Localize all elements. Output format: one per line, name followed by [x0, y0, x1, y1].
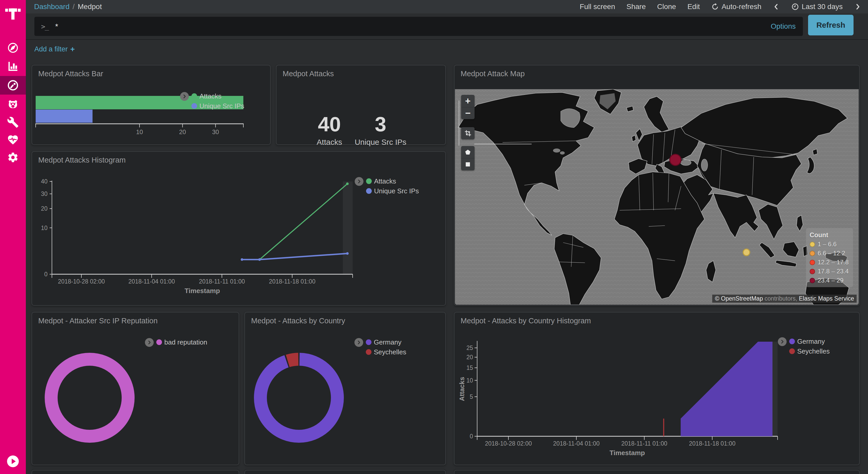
panel-title: Medpot Attacks Histogram	[38, 156, 126, 165]
legend-item[interactable]: Attacks	[366, 176, 419, 186]
world-map-canvas	[455, 89, 859, 305]
legend-label: Seychelles	[797, 347, 830, 355]
sidebar-collapse-button[interactable]	[0, 452, 26, 470]
time-back-button[interactable]	[773, 3, 780, 10]
legend-dot	[789, 338, 795, 344]
options-link[interactable]: Options	[771, 22, 796, 30]
panel-attack-map: Medpot Attack Map + − Count1 – 6.66.6 – …	[454, 65, 860, 306]
plus-icon: +	[70, 45, 75, 54]
panel-reputation-donut: Medpot - Attacker Src IP Reputation bad …	[32, 312, 239, 465]
svg-text:20: 20	[179, 128, 186, 136]
clone-button[interactable]: Clone	[657, 3, 676, 11]
map-legend-item: 1 – 6.6	[810, 241, 849, 248]
top-navbar: Dashboard / Medpot Full screen Share Clo…	[26, 0, 868, 13]
svg-text:2018-10-28 02:00: 2018-10-28 02:00	[58, 278, 105, 285]
search-input[interactable]: >_ * Options	[34, 17, 803, 36]
legend-label: Attacks	[199, 92, 221, 100]
ems-link[interactable]: Elastic Maps Service	[799, 295, 854, 302]
time-forward-button[interactable]	[854, 3, 861, 10]
dashboard-gauge-icon	[7, 79, 19, 91]
sidebar-item-devtools[interactable]	[0, 113, 26, 131]
draw-rectangle-icon[interactable]	[461, 158, 474, 170]
legend-toggle-icon[interactable]	[778, 337, 786, 346]
sidebar-item-discover[interactable]	[0, 38, 26, 57]
legend-dot	[191, 93, 197, 99]
auto-refresh-button[interactable]: Auto-refresh	[711, 3, 761, 11]
legend-item[interactable]: Germany	[366, 337, 406, 347]
sidebar-item-visualize[interactable]	[0, 57, 26, 76]
map-legend-item: 17.8 – 23.4	[810, 268, 849, 275]
fit-bounds-icon[interactable]	[461, 127, 474, 139]
svg-text:10: 10	[466, 377, 473, 384]
legend-item[interactable]: Seychelles	[366, 347, 406, 357]
map-legend-item: 12.2 – 17.8	[810, 259, 849, 266]
panel-country-donut: Medpot - Attacks by Country GermanySeych…	[244, 312, 446, 465]
legend-dot	[156, 339, 162, 345]
world-map[interactable]: + − Count1 – 6.66.6 – 12.212.2 – 17.817.…	[455, 89, 859, 305]
legend-label: Unique Src IPs	[199, 102, 244, 110]
legend-item[interactable]: Unique Src IPs	[191, 101, 244, 111]
breadcrumb-dashboard-link[interactable]: Dashboard	[34, 3, 69, 11]
svg-text:30: 30	[41, 190, 48, 197]
legend-toggle-icon[interactable]	[355, 177, 364, 186]
zoom-in-button[interactable]: +	[461, 95, 474, 107]
legend-item[interactable]: Unique Src IPs	[366, 186, 419, 196]
svg-text:2018-11-18 01:00: 2018-11-18 01:00	[269, 278, 315, 285]
sidebar-item-management[interactable]	[0, 148, 26, 167]
svg-text:20: 20	[466, 354, 473, 360]
legend-toggle-icon[interactable]	[180, 92, 189, 101]
map-fit-control	[461, 127, 474, 139]
map-point-germany[interactable]	[670, 154, 681, 166]
legend-label: Unique Src IPs	[374, 187, 419, 195]
legend-item[interactable]: bad reputation	[156, 337, 207, 347]
legend-item[interactable]: Germany	[789, 336, 830, 346]
legend-toggle-icon[interactable]	[354, 338, 363, 347]
map-point-seychelles[interactable]	[743, 249, 750, 256]
query-value[interactable]: *	[55, 22, 58, 31]
refresh-button[interactable]: Refresh	[808, 15, 854, 35]
add-filter-link[interactable]: Add a filter +	[34, 40, 75, 58]
svg-text:0: 0	[470, 433, 473, 440]
legend-dot	[789, 348, 795, 354]
heartbeat-icon	[7, 134, 19, 146]
map-legend-dot	[810, 278, 815, 283]
share-button[interactable]: Share	[626, 3, 646, 11]
panel-title: Medpot Attacks Bar	[38, 69, 103, 78]
query-prompt-icon: >_	[41, 23, 49, 30]
panel-partial	[454, 470, 860, 474]
time-picker-button[interactable]: Last 30 days	[791, 3, 843, 11]
panel-title: Medpot - Attacks by Country Histogram	[461, 317, 591, 325]
map-attribution: © OpenStreetMap contributors, Elastic Ma…	[712, 295, 857, 303]
svg-text:30: 30	[212, 128, 219, 136]
wrench-icon	[7, 116, 19, 128]
legend-dot	[366, 339, 371, 345]
legend-item[interactable]: Seychelles	[789, 346, 830, 356]
sidebar-item-monitoring[interactable]	[0, 130, 26, 149]
panel-country-histogram: Medpot - Attacks by Country Histogram 05…	[454, 312, 860, 465]
telekom-logo-icon[interactable]	[5, 4, 21, 21]
sidebar-item-tpot[interactable]	[0, 95, 26, 114]
legend-item[interactable]: Attacks	[191, 91, 244, 101]
osm-link[interactable]: © OpenStreetMap	[715, 295, 763, 302]
svg-text:Timestamp: Timestamp	[185, 287, 220, 295]
panel-title: Medpot - Attacker Src IP Reputation	[38, 317, 158, 325]
map-legend-label: 1 – 6.6	[817, 241, 836, 248]
legend-toggle-icon[interactable]	[145, 338, 154, 347]
svg-text:2018-11-04 01:00: 2018-11-04 01:00	[128, 278, 175, 285]
edit-button[interactable]: Edit	[687, 3, 700, 11]
svg-text:0: 0	[44, 271, 48, 277]
svg-text:5: 5	[470, 393, 473, 400]
full-screen-button[interactable]: Full screen	[580, 3, 615, 11]
reputation-donut-legend: bad reputation	[145, 337, 207, 347]
country-histogram-legend: GermanySeychelles	[778, 336, 830, 356]
breadcrumb-page-title: Medpot	[78, 3, 102, 11]
map-legend-item: 6.6 – 12.2	[810, 250, 849, 257]
chevron-right-icon	[854, 3, 861, 10]
sidebar-item-dashboard[interactable]	[0, 76, 26, 95]
country-histogram-chart: 05101520252018-10-28 02:002018-11-04 01:…	[455, 313, 859, 465]
map-legend-item: 23.4 – 29	[810, 277, 849, 284]
zoom-out-button[interactable]: −	[461, 107, 474, 119]
svg-text:2018-11-18 01:00: 2018-11-18 01:00	[689, 440, 736, 447]
draw-polygon-icon[interactable]	[461, 146, 474, 158]
metric-unique-src-ips: 3 Unique Src IPs	[347, 114, 414, 147]
